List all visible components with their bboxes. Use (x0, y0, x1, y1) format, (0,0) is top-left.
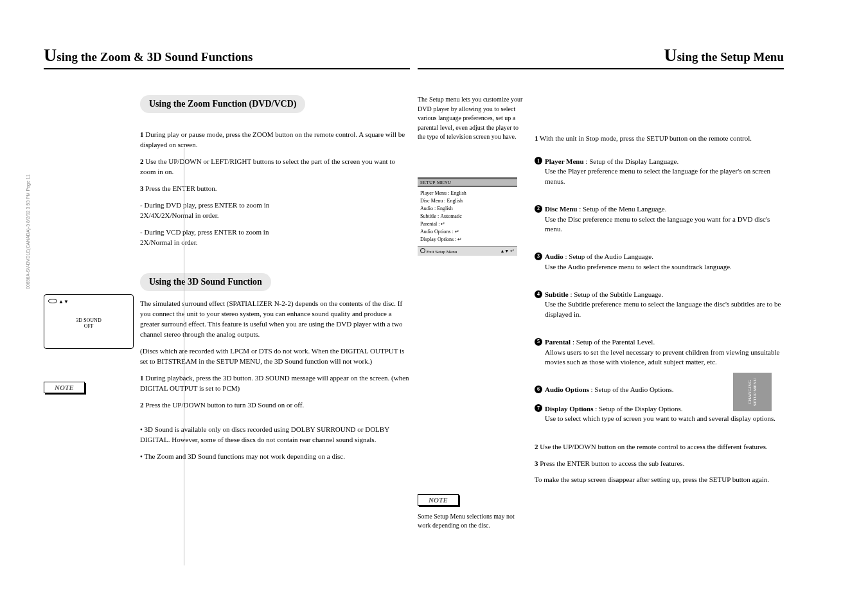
enter-icon: ↵ (455, 228, 459, 236)
zoom-dvd-line: - During DVD play, press ENTER to zoom i… (140, 200, 410, 221)
shuttle-icon (48, 299, 57, 303)
right-page: Using the Setup Menu The Setup menu lets… (418, 45, 784, 537)
setup-step1-intro: 1 With the unit in Stop mode, press the … (535, 134, 784, 144)
right-figure-area: The Setup menu lets you customize your D… (418, 95, 527, 537)
exit-icon (420, 248, 425, 253)
enter-icon: ↵ (441, 220, 445, 228)
setup-item-3: 3 Audio : Setup of the Audio Language. U… (535, 252, 784, 272)
note1: • 3D Sound is available only on discs re… (140, 425, 410, 445)
sound-pill: Using the 3D Sound Function (140, 273, 271, 291)
right-note1: Some Setup Menu selections may not work … (418, 512, 527, 531)
right-note-label: NOTE (418, 494, 459, 506)
zoom-step1: 1 During play or pause mode, press the Z… (140, 130, 410, 150)
nav-updown-icon: ▲▼ (500, 249, 509, 254)
zoom-step3: 3 Press the ENTER button. (140, 184, 410, 194)
section-tab: CHANGING SETUP MENU (733, 373, 772, 411)
updown-icon: ▲▼ (58, 299, 69, 305)
bullet-icon-4: 4 (535, 290, 542, 298)
sound-screen-3d-label: 3D SOUND (48, 317, 129, 323)
setup-intro: The Setup menu lets you customize your D… (418, 95, 527, 142)
right-list-area: 1 With the unit in Stop mode, press the … (535, 95, 784, 537)
bullet-icon-1: 1 (535, 157, 542, 164)
bullet-icon-3: 3 (535, 253, 542, 260)
right-heading: Using the Setup Menu (418, 45, 784, 69)
right-title-initial: U (664, 45, 677, 65)
bullet-icon-7: 7 (535, 404, 542, 412)
left-side-figure-area: ▲▼ 3D SOUND OFF NOTE (44, 95, 140, 468)
bullet-icon-6: 6 (535, 386, 542, 393)
left-note-label: NOTE (44, 382, 85, 393)
setup-screen-title: SETUP MENU (418, 179, 517, 187)
setup-item-5: 5 Parental : Setup of the Parental Level… (535, 337, 784, 367)
sound-step2: 2 Press the UP/DOWN button to turn 3D So… (140, 400, 410, 411)
left-title-rest: sing the Zoom & 3D Sound Functions (57, 50, 252, 64)
left-divider (184, 148, 184, 565)
left-heading: Using the Zoom & 3D Sound Functions (44, 45, 410, 69)
left-page: Using the Zoom & 3D Sound Functions ▲▼ 3… (44, 45, 410, 468)
bullet-icon-5: 5 (535, 338, 542, 346)
setup-screen-illustration: SETUP MENU Player Menu:English Disc Menu… (418, 177, 517, 256)
setup-step3: 3 Press the ENTER button to access the s… (535, 459, 784, 469)
setup-item-2: 2 Disc Menu : Setup of the Menu Language… (535, 204, 784, 234)
setup-screen-items: Player Menu:English Disc Menu:English Au… (420, 190, 515, 244)
setup-item-1: 1 Player Menu : Setup of the Display Lan… (535, 157, 784, 186)
sound-p1: The simulated surround effect (SPATIALIZ… (140, 299, 410, 340)
note2: • The Zoom and 3D Sound functions may no… (140, 452, 410, 462)
enter-icon: ↵ (510, 248, 515, 254)
setup-step2: 2 Use the UP/DOWN button on the remote c… (535, 442, 784, 452)
setup-final: To make the setup screen disappear after… (535, 475, 784, 485)
print-metadata: 00656A-SV-DVD1E(CANADA)-3 8/2/02 3:53 PM… (26, 174, 30, 289)
bullet-icon-2: 2 (535, 205, 542, 213)
sound-p2: (Discs which are recorded with LPCM or D… (140, 346, 410, 367)
setup-item-4: 4 Subtitle : Setup of the Subtitle Langu… (535, 290, 784, 319)
right-title-rest: sing the Setup Menu (677, 50, 784, 64)
zoom-pill: Using the Zoom Function (DVD/VCD) (140, 95, 305, 113)
zoom-step2: 2 Use the UP/DOWN or LEFT/RIGHT buttons … (140, 157, 410, 177)
enter-icon: ↵ (457, 236, 462, 244)
sound-screen-off-label: OFF (48, 323, 129, 329)
left-title-initial: U (44, 45, 57, 65)
sound-screen-illustration: ▲▼ 3D SOUND OFF (44, 294, 134, 349)
left-main-text: Using the Zoom Function (DVD/VCD) 1 Duri… (140, 95, 410, 468)
zoom-vcd-line: - During VCD play, press ENTER to zoom i… (140, 227, 410, 248)
sound-step1: 1 During playback, press the 3D button. … (140, 373, 410, 394)
